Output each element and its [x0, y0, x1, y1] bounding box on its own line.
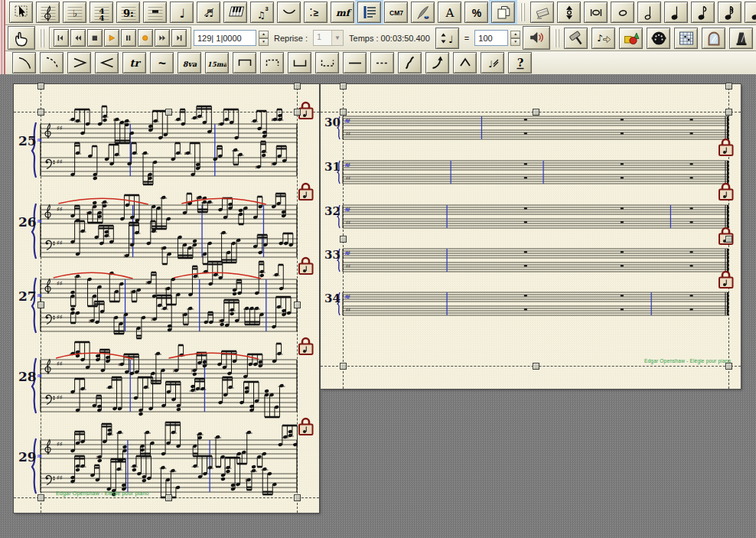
help-button[interactable]: ? [508, 52, 532, 73]
thirtysecond-duration-button[interactable] [745, 2, 756, 23]
resize-handle[interactable] [294, 302, 301, 308]
resize-handle[interactable] [340, 83, 347, 90]
time-signature-button[interactable]: 44 [90, 2, 113, 23]
spinner-up-button[interactable]: ▲ [259, 31, 269, 38]
note-arrow-tool-button[interactable]: ♪ [591, 28, 615, 49]
page-view-button[interactable] [491, 2, 515, 23]
eighth-duration-button[interactable] [691, 2, 715, 23]
resize-handle[interactable] [37, 302, 44, 308]
resize-handle[interactable] [294, 109, 301, 116]
bracket-down-solid-button[interactable] [233, 52, 256, 73]
score-grid-tool-button[interactable] [674, 28, 698, 49]
go-end-button[interactable] [171, 29, 187, 47]
quindicesima-button[interactable]: 15ma [205, 52, 229, 73]
score-page-right[interactable]: ♯♯♯♯30 ≈♯♯♯♯31 ≈♯♯♯♯32 ≈♯♯♯♯33 ≈♯♯♯♯34 ≈… [321, 84, 741, 389]
hairpin-close-button[interactable] [95, 52, 119, 73]
system-lock-icon[interactable] [298, 181, 314, 201]
treble-clef-button[interactable] [36, 2, 60, 23]
hairpin-open-button[interactable] [67, 52, 91, 73]
marcato-button[interactable] [453, 52, 477, 73]
slur-solid-button[interactable] [12, 52, 36, 73]
resize-handle[interactable] [340, 363, 347, 370]
system-lock-icon[interactable] [718, 269, 735, 289]
reprise-select[interactable]: 1 ▼ [313, 30, 344, 46]
bracket-up-solid-button[interactable] [288, 52, 311, 73]
bass-clef-button[interactable]: 9: [116, 2, 140, 23]
triplet-button[interactable]: ♫3 [250, 2, 274, 23]
chord-symbol-button[interactable]: CM7 [384, 2, 408, 23]
forward-button[interactable] [155, 29, 170, 47]
resize-handle[interactable] [340, 236, 347, 243]
trill-button[interactable]: tr [122, 52, 146, 73]
whole-note-button[interactable] [611, 2, 634, 23]
metronome-button[interactable] [729, 28, 753, 49]
line-dashed-button[interactable] [370, 52, 394, 73]
half-note-button[interactable] [637, 2, 661, 23]
pause-button[interactable] [121, 29, 136, 47]
breve-note-button[interactable] [584, 2, 608, 23]
glissando-button[interactable] [398, 52, 422, 73]
text-tool-button[interactable]: A [438, 2, 461, 23]
resize-handle[interactable] [37, 494, 44, 501]
tempo-unit-button[interactable]: ♩ [435, 28, 459, 49]
ottava-button[interactable]: 8va [178, 52, 201, 73]
sixteenth-duration-button[interactable] [718, 2, 741, 23]
empty-system-row[interactable]: ♯♯♯♯ [321, 156, 741, 190]
score-page-left[interactable]: ♯♯♯♯♯♯♯♯♯♯25≈♯♯♯♯♯♯♯♯26≈♯♯♯♯♯♯♯♯♯♯♯27≈♯♯… [14, 84, 319, 513]
grand-staff-system[interactable]: ♯♯♯♯♯♯♯ [14, 340, 319, 430]
quill-pen-button[interactable] [411, 2, 435, 23]
flat-key-signature-button[interactable]: ♭ [63, 2, 86, 23]
hammer-tool-button[interactable] [564, 28, 588, 49]
linear-view-button[interactable] [357, 2, 381, 23]
piano-keyboard-button[interactable] [223, 2, 247, 23]
resize-handle[interactable] [294, 83, 301, 90]
bend-arrow-button[interactable] [425, 52, 449, 73]
empty-system-row[interactable]: ♯♯♯♯ [321, 244, 741, 278]
midi-connector-button[interactable] [647, 28, 670, 49]
turn-button[interactable]: ~ [150, 52, 174, 73]
resize-handle[interactable] [533, 109, 539, 116]
tremolo-note-button[interactable]: ♩ [481, 52, 504, 73]
resize-handle[interactable] [37, 83, 44, 90]
system-lock-icon[interactable] [298, 416, 314, 436]
repeat-percent-button[interactable]: % [464, 2, 488, 23]
articulation-button[interactable]: ≥ [304, 2, 327, 23]
stop-button[interactable] [87, 29, 103, 47]
bracket-up-dashed-button[interactable] [315, 52, 339, 73]
play-button[interactable] [104, 29, 119, 47]
system-lock-icon[interactable] [298, 256, 314, 276]
tempo-input[interactable]: 100 [474, 30, 508, 46]
system-lock-icon[interactable] [718, 181, 735, 201]
resize-handle[interactable] [725, 83, 732, 90]
resize-handle[interactable] [340, 109, 347, 116]
resize-handle[interactable] [725, 363, 732, 370]
hand-tool-button[interactable] [8, 26, 35, 50]
resize-handle[interactable] [294, 494, 301, 501]
resize-handle[interactable] [37, 109, 44, 116]
line-solid-button[interactable] [343, 52, 367, 73]
resize-handle[interactable] [725, 236, 732, 243]
system-lock-icon[interactable] [718, 137, 735, 157]
quarter-duration-button[interactable] [664, 2, 688, 23]
quarter-note-button[interactable]: ♩ [170, 2, 194, 23]
dynamics-button[interactable]: mf [331, 2, 354, 23]
spinner-down-button[interactable]: ▼ [510, 38, 520, 46]
empty-system-row[interactable]: ♯♯♯♯ [321, 288, 741, 321]
rewind-button[interactable] [70, 29, 86, 47]
slur-tool-button[interactable] [277, 2, 301, 23]
go-start-button[interactable] [54, 29, 69, 47]
bracket-down-dashed-button[interactable] [260, 52, 284, 73]
objects-3d-tool-button[interactable] [619, 28, 643, 49]
position-display[interactable]: 129| 1|0000 [194, 30, 256, 46]
spinner-up-button[interactable]: ▲ [510, 31, 520, 38]
selection-pointer-button[interactable] [9, 2, 33, 23]
slur-dashed-button[interactable] [40, 52, 64, 73]
eraser-button[interactable] [530, 2, 554, 23]
resize-handle[interactable] [725, 109, 732, 116]
resize-handle[interactable] [165, 109, 172, 116]
grand-staff-system[interactable]: ♯♯♯♯♯♯♯♯♯♯♯ [14, 259, 319, 350]
mirror-window-button[interactable] [702, 28, 725, 49]
grand-staff-system[interactable]: ♯♯♯♯♯♯♯♯♯♯ [14, 104, 319, 194]
resize-handle[interactable] [533, 363, 539, 370]
spinner-down-button[interactable]: ▼ [259, 38, 269, 46]
